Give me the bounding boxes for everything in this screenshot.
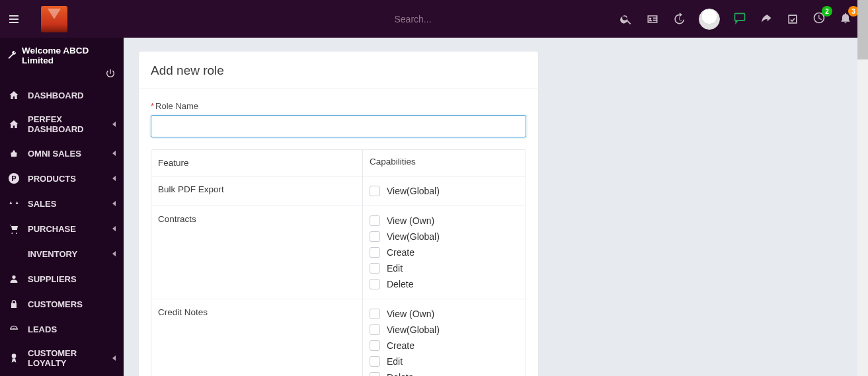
wrench-icon: [7, 50, 17, 61]
sidebar: Welcome ABCD Limited DASHBOARDPERFEX DAS…: [0, 38, 124, 376]
capability-option[interactable]: Create: [370, 338, 519, 354]
sidebar-item-purchase[interactable]: PURCHASE: [0, 216, 124, 241]
capability-option[interactable]: View(Global): [370, 322, 519, 338]
checkbox[interactable]: [370, 356, 380, 367]
app-logo[interactable]: [41, 6, 67, 32]
capability-label: Create: [387, 340, 414, 351]
sidebar-item-label: OMNI SALES: [28, 149, 81, 159]
sidebar-item-perfex-dashboard[interactable]: PERFEX DASHBOARD: [0, 108, 124, 141]
sidebar-item-label: PRODUCTS: [28, 174, 76, 184]
capability-label: Delete: [387, 279, 413, 289]
lock-icon: [8, 298, 20, 310]
menu-toggle-icon[interactable]: [9, 13, 22, 26]
check-square-icon[interactable]: [786, 13, 799, 26]
checkbox[interactable]: [370, 324, 380, 335]
checkbox[interactable]: [370, 279, 380, 289]
user-avatar[interactable]: [699, 9, 720, 30]
id-card-icon[interactable]: [646, 13, 659, 26]
col-capabilities: Capabilities: [363, 150, 526, 176]
capability-option[interactable]: View (Own): [370, 213, 519, 229]
sidebar-item-label: CUSTOMERS: [28, 299, 83, 309]
chevron-left-icon: [112, 356, 116, 361]
todo-badge: 2: [822, 6, 832, 17]
checkbox[interactable]: [370, 340, 380, 351]
checkbox[interactable]: [370, 263, 380, 274]
sidebar-item-products[interactable]: PPRODUCTS: [0, 166, 124, 191]
sidebar-item-leads[interactable]: LEADS: [0, 317, 124, 342]
app-header: 2 3: [0, 0, 868, 38]
welcome-label: Welcome ABCD Limited: [0, 38, 124, 68]
capability-label: Delete: [387, 372, 413, 376]
message-square-icon[interactable]: [733, 11, 746, 26]
chevron-left-icon: [112, 201, 116, 206]
sidebar-item-omni-sales[interactable]: OMNI SALES: [0, 141, 124, 166]
sidebar-item-customers[interactable]: CUSTOMERS: [0, 291, 124, 317]
capability-option[interactable]: View(Global): [370, 229, 519, 244]
checkbox[interactable]: [370, 215, 380, 226]
user-icon: [8, 273, 20, 285]
gauge-icon: [8, 323, 20, 335]
feature-label: Credit Notes: [151, 299, 363, 376]
chevron-left-icon: [112, 226, 116, 231]
svg-rect-0: [735, 13, 745, 20]
capability-option[interactable]: Delete: [370, 369, 519, 376]
feature-label: Bulk PDF Export: [151, 176, 363, 206]
sidebar-item-label: SUPPLIERS: [28, 274, 77, 284]
share-icon[interactable]: [760, 13, 773, 26]
search-input[interactable]: [395, 14, 527, 24]
history-icon[interactable]: [672, 13, 686, 26]
checkbox[interactable]: [370, 309, 380, 319]
chevron-left-icon: [112, 251, 116, 256]
page-scrollbar-thumb[interactable]: [857, 0, 868, 59]
capability-label: View(Global): [387, 324, 440, 335]
capability-option[interactable]: View (Own): [370, 306, 519, 322]
sidebar-item-dashboard[interactable]: DASHBOARD: [0, 83, 124, 108]
sidebar-item-label: CUSTOMER LOYALTY: [28, 348, 116, 368]
sidebar-item-label: DASHBOARD: [28, 91, 84, 100]
main-content: Add new role *Role Name Feature Capabili…: [124, 38, 868, 376]
checkbox[interactable]: [370, 186, 380, 196]
sidebar-item-label: PERFEX DASHBOARD: [28, 114, 116, 134]
sidebar-item-label: SALES: [28, 199, 56, 209]
panel-title: Add new role: [151, 63, 526, 78]
power-icon[interactable]: [105, 68, 116, 79]
capability-option[interactable]: Edit: [370, 260, 519, 276]
col-feature: Feature: [151, 150, 363, 176]
chevron-left-icon: [112, 122, 116, 127]
sidebar-item-customer-loyalty[interactable]: CUSTOMER LOYALTY: [0, 342, 124, 375]
capability-label: View (Own): [387, 309, 434, 319]
checkbox[interactable]: [370, 247, 380, 258]
capability-option[interactable]: View(Global): [370, 183, 519, 199]
chevron-left-icon: [112, 176, 116, 181]
home-icon: [8, 89, 20, 101]
capability-option[interactable]: Edit: [370, 354, 519, 369]
permission-row: Credit NotesView (Own)View(Global)Create…: [151, 299, 526, 376]
add-role-panel: Add new role *Role Name Feature Capabili…: [138, 51, 539, 376]
basket-icon: [8, 147, 20, 159]
role-name-input[interactable]: [151, 115, 526, 137]
ribbon-icon: [8, 352, 20, 364]
checkbox[interactable]: [370, 231, 380, 242]
clock-icon[interactable]: 2: [812, 11, 826, 26]
sidebar-item-label: LEADS: [28, 324, 57, 334]
sidebar-item-inventory[interactable]: INVENTORY: [0, 241, 124, 266]
sidebar-item-suppliers[interactable]: SUPPLIERS: [0, 266, 124, 291]
sidebar-item-sales[interactable]: SALES: [0, 191, 124, 216]
sidebar-item-label: PURCHASE: [28, 224, 76, 234]
feature-label: Contracts: [151, 206, 363, 299]
capability-option[interactable]: Delete: [370, 276, 519, 292]
capability-label: Create: [387, 247, 414, 258]
p-circle-icon: P: [8, 172, 20, 184]
chevron-left-icon: [112, 151, 116, 156]
bell-icon[interactable]: 3: [839, 11, 852, 26]
search-icon[interactable]: [619, 13, 633, 26]
permission-row: Bulk PDF ExportView(Global): [151, 176, 526, 206]
permission-row: ContractsView (Own)View(Global)CreateEdi…: [151, 206, 526, 299]
capability-option[interactable]: Create: [370, 244, 519, 260]
cart-icon: [8, 223, 20, 235]
sidebar-item-label: INVENTORY: [28, 249, 77, 259]
role-name-label: *Role Name: [151, 101, 526, 111]
capability-label: Edit: [387, 263, 403, 274]
checkbox[interactable]: [370, 372, 380, 376]
capability-label: Edit: [387, 356, 403, 367]
